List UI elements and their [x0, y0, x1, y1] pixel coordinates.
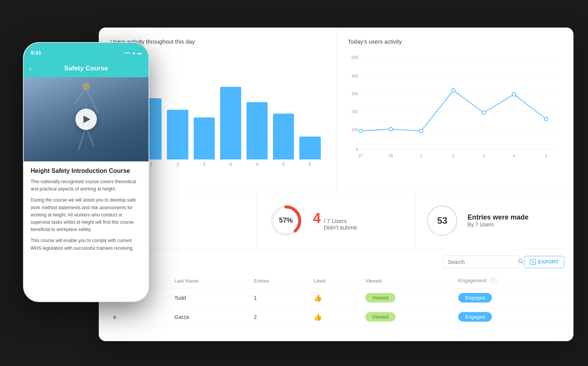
- entries-label: Entries were made: [467, 213, 528, 221]
- bar-label: 1: [150, 162, 152, 167]
- bar-label: 2: [176, 162, 179, 167]
- export-label: EXPORT: [538, 259, 559, 265]
- svg-text:1: 1: [420, 154, 422, 158]
- bar: [299, 137, 320, 159]
- table-header-row: t Name Last Name Entries Liked Viewed En…: [108, 273, 564, 288]
- like-icon: 👍: [314, 313, 322, 321]
- engaged-badge: Engaged: [458, 293, 492, 303]
- search-icon: [518, 259, 523, 265]
- cell-last-name: Todd: [169, 288, 248, 307]
- table-toolbar: EXPORT: [108, 255, 564, 268]
- engagement-help-icon[interactable]: ?: [490, 277, 497, 284]
- bar-item: 5: [299, 137, 320, 167]
- search-box[interactable]: [443, 255, 519, 268]
- table-row: n Todd 1 👍 Viewed Engaged: [108, 288, 564, 307]
- cell-engagement: Engaged: [453, 307, 564, 327]
- course-title: Height Safety Introduction Course: [31, 168, 142, 174]
- like-icon: 👍: [314, 294, 322, 302]
- svg-line-29: [521, 262, 523, 264]
- viewed-badge: Viewed: [365, 293, 395, 303]
- svg-line-33: [86, 89, 98, 112]
- phone-frame: 9:41 ▪▪▪▪ ▲ ▬ ‹ Safety Course: [23, 42, 149, 302]
- play-button[interactable]: [75, 109, 97, 130]
- bar-item: 3: [194, 117, 215, 167]
- line-chart-title: Today's users activity: [348, 38, 562, 45]
- bar-label: 4: [256, 162, 258, 167]
- col-entries: Entries: [248, 273, 308, 288]
- wifi-icon: ▲: [132, 50, 136, 55]
- bar-item: 2: [167, 110, 188, 167]
- bar-label: 5: [309, 162, 312, 167]
- svg-text:200: 200: [351, 110, 358, 114]
- col-engagement: Engagement ?: [453, 273, 564, 288]
- svg-text:5: 5: [545, 154, 547, 158]
- svg-point-18: [544, 117, 547, 121]
- svg-text:500: 500: [351, 55, 358, 60]
- status-time: 9:41: [31, 50, 41, 56]
- course-desc-3: This course will enable you to comply wi…: [31, 237, 142, 252]
- svg-point-38: [82, 83, 90, 90]
- charts-area: Users activity throughout this day 1 1 2: [99, 28, 573, 192]
- stat-percent: 57% 4 / 7 Users Didn't submit: [257, 192, 416, 249]
- svg-point-13: [389, 127, 392, 131]
- stat-entries: 53 Entries were made By 7 Users: [415, 192, 573, 249]
- phone-course-image: [24, 77, 149, 161]
- bar-item: 4: [247, 102, 268, 167]
- bar-item: 5: [273, 114, 294, 167]
- phone-header: ‹ Safety Course: [24, 60, 149, 77]
- cell-liked: 👍: [308, 288, 360, 307]
- bar-label: 3: [203, 162, 206, 167]
- viewed-badge: Viewed: [365, 312, 395, 322]
- table-section: EXPORT t Name Last Name Entries Liked Vi…: [99, 249, 573, 333]
- svg-text:400: 400: [351, 74, 358, 78]
- bar-item: 4: [220, 87, 241, 167]
- svg-text:300: 300: [351, 92, 358, 96]
- svg-text:4: 4: [513, 154, 515, 158]
- cell-viewed: Viewed: [360, 288, 453, 307]
- search-input[interactable]: [448, 259, 515, 265]
- svg-point-17: [512, 93, 515, 96]
- signal-icon: ▪▪▪▪: [124, 50, 131, 55]
- svg-point-12: [358, 129, 362, 133]
- cell-engagement: Engaged: [453, 288, 564, 307]
- course-desc-2: During the course we will assist you to …: [31, 197, 142, 233]
- cell-first-name: e: [108, 307, 169, 327]
- svg-point-15: [451, 89, 455, 92]
- entries-circle: 53: [427, 205, 457, 236]
- bar: [167, 110, 188, 159]
- battery-icon: ▬: [137, 50, 142, 55]
- line-chart-section: Today's users activity 500 400 300 200 1…: [336, 28, 574, 192]
- cell-viewed: Viewed: [360, 307, 453, 327]
- play-icon: [83, 115, 90, 123]
- cell-entries: 2: [248, 307, 308, 327]
- bar: [247, 102, 268, 159]
- svg-text:2: 2: [452, 154, 454, 158]
- svg-line-37: [78, 127, 86, 150]
- phone-header-title: Safety Course: [64, 65, 108, 72]
- svg-text:0: 0: [356, 148, 358, 152]
- didnt-number: 4: [313, 210, 321, 226]
- bar-label: 5: [282, 162, 285, 167]
- svg-line-34: [75, 89, 86, 104]
- cell-entries: 1: [248, 288, 308, 307]
- status-icons: ▪▪▪▪ ▲ ▬: [124, 50, 142, 55]
- export-icon: [530, 259, 536, 265]
- svg-point-14: [419, 129, 423, 133]
- svg-text:3: 3: [482, 154, 485, 158]
- donut-chart: 57%: [269, 203, 303, 238]
- phone-content: Height Safety Introduction Course This n…: [24, 161, 149, 262]
- engaged-badge: Engaged: [458, 312, 492, 322]
- phone-status-bar: 9:41 ▪▪▪▪ ▲ ▬: [24, 43, 149, 60]
- bar: [273, 114, 294, 159]
- export-button[interactable]: EXPORT: [524, 256, 564, 268]
- col-last-name: Last Name: [169, 273, 248, 288]
- cell-last-name: Garza: [169, 307, 248, 327]
- percent-label: 57%: [269, 203, 303, 238]
- didnt-label: Didn't submit: [324, 224, 357, 231]
- back-button[interactable]: ‹: [29, 64, 32, 73]
- dashboard-card: Users activity throughout this day 1 1 2: [99, 28, 573, 341]
- svg-text:27: 27: [358, 154, 363, 158]
- col-liked: Liked: [308, 273, 360, 288]
- bar: [194, 117, 215, 159]
- data-table: t Name Last Name Entries Liked Viewed En…: [108, 273, 564, 327]
